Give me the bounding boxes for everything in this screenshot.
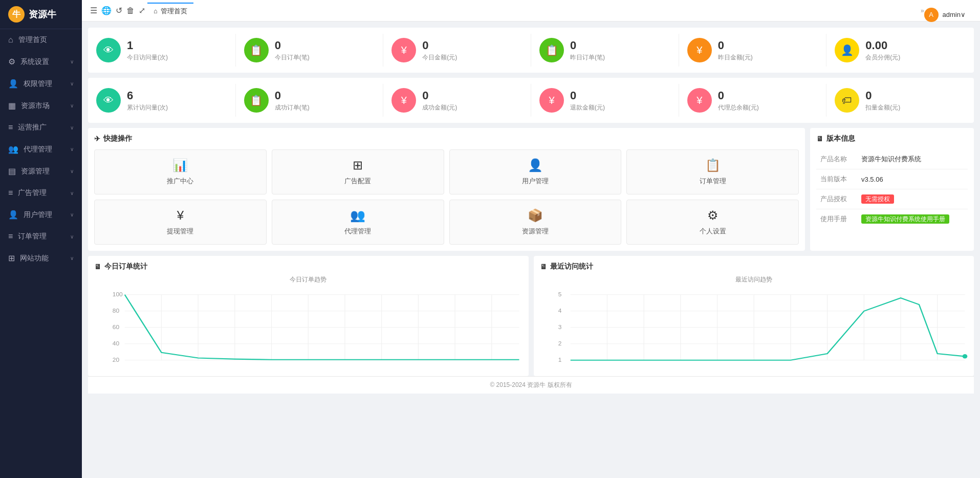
version-row-3: 使用手册 资源牛知识付费系统使用手册: [816, 209, 968, 229]
sidebar-item-system[interactable]: ⚙ 系统设置 ∨: [0, 51, 82, 73]
sidebar-arrow-orders: ∨: [70, 234, 74, 240]
sidebar-arrow-permission: ∨: [70, 81, 74, 86]
stat-icon-0: 👁: [103, 45, 114, 56]
quick-btn-2[interactable]: 👤 用户管理: [449, 149, 622, 194]
quick-btn-6[interactable]: 📦 资源管理: [449, 200, 622, 245]
stat-circle-2: ¥: [391, 88, 416, 113]
stat-circle-5: 🏷: [835, 88, 859, 113]
quick-ops-panel: ✈ 快捷操作 📊 推广中心 ⊞ 广告配置 👤 用户管理 📋 订单管理 ¥ 提现管…: [88, 128, 805, 251]
version-title: 🖥 版本信息: [816, 134, 968, 143]
stat-circle-1: 📋: [244, 38, 269, 62]
sidebar-item-agent[interactable]: 👥 代理管理 ∨: [0, 138, 82, 160]
version-val-1: v3.5.06: [861, 176, 883, 183]
logo-icon: 牛: [8, 6, 25, 23]
stat-item-1: 📋 0 成功订单(笔): [236, 84, 384, 117]
stat-label-2: 成功金额(元): [422, 103, 457, 112]
sidebar-item-orders[interactable]: ≡ 订单管理 ∨: [0, 226, 82, 247]
toolbar-delete-icon[interactable]: 🗑: [124, 4, 137, 17]
orders-chart-svg: 100 80 60 40 20: [94, 288, 522, 370]
orders-chart-card: 🖥 今日订单统计 今日订单趋势 100 80 60 40 20: [88, 256, 529, 376]
visits-chart-subtitle: 最近访问趋势: [540, 275, 968, 284]
content-area: 👁 1 今日访问量(次) 📋 0 今日订单(笔) ¥ 0 今日金额(元): [82, 21, 980, 478]
stat-icon-1: 📋: [250, 44, 263, 56]
quick-btn-3[interactable]: 📋 订单管理: [626, 149, 799, 194]
stat-label-4: 代理总余额(元): [718, 103, 759, 112]
stat-num-4: 0: [718, 39, 753, 52]
toolbar-globe-icon[interactable]: 🌐: [99, 4, 114, 17]
badge-green-3[interactable]: 资源牛知识付费系统使用手册: [861, 214, 949, 224]
version-key-3: 使用手册: [816, 209, 857, 229]
stat-item-3: 📋 0 昨日订单(笔): [531, 34, 679, 67]
stat-icon-5: 🏷: [842, 95, 852, 106]
stat-icon-3: ¥: [549, 95, 554, 106]
stat-num-4: 0: [718, 89, 759, 102]
sidebar-item-permission[interactable]: 👤 权限管理 ∨: [0, 73, 82, 95]
stat-text-1: 0 成功订单(笔): [275, 89, 310, 112]
toolbar-menu-icon[interactable]: ☰: [88, 4, 99, 17]
active-tab[interactable]: ⌂ 管理首页: [147, 3, 193, 19]
version-key-2: 产品授权: [816, 189, 857, 209]
stat-label-0: 累计访问量(次): [127, 103, 168, 112]
sidebar-label-market: 资源市场: [21, 101, 50, 111]
stat-item-2: ¥ 0 今日金额(元): [383, 34, 531, 67]
main-area: ☰ 🌐 ↺ 🗑 ⤢ ⌂ 管理首页 » A admin∨ 👁 1 今日访问量(次): [82, 0, 980, 478]
orders-chart-title: 🖥 今日订单统计: [94, 262, 522, 271]
toolbar-refresh-icon[interactable]: ↺: [114, 4, 124, 17]
sidebar-label-agent: 代理管理: [24, 145, 52, 154]
quick-grid: 📊 推广中心 ⊞ 广告配置 👤 用户管理 📋 订单管理 ¥ 提现管理 👥 代理管…: [94, 149, 799, 245]
sidebar-item-resource[interactable]: ▤ 资源管理 ∨: [0, 160, 82, 182]
stat-num-3: 0: [570, 39, 605, 52]
admin-name[interactable]: admin∨: [943, 11, 966, 18]
stat-label-5: 扣量金额(元): [865, 103, 900, 112]
sidebar-icon-permission: 👤: [8, 79, 18, 89]
stats-row-2: 👁 6 累计访问量(次) 📋 0 成功订单(笔) ¥ 0 成功金额(元): [88, 78, 974, 123]
quick-btn-icon-2: 👤: [528, 158, 543, 172]
stat-text-1: 0 今日订单(笔): [275, 39, 310, 62]
version-key-1: 当前版本: [816, 169, 857, 189]
sidebar-item-promotion[interactable]: ≡ 运营推广 ∨: [0, 117, 82, 138]
svg-text:60: 60: [113, 324, 119, 330]
quick-btn-5[interactable]: 👥 代理管理: [272, 200, 444, 245]
stat-item-0: 👁 1 今日访问量(次): [88, 34, 236, 67]
quick-btn-label-2: 用户管理: [522, 177, 549, 186]
tab-home-label: 管理首页: [161, 7, 187, 16]
svg-text:20: 20: [113, 357, 119, 363]
quick-btn-7[interactable]: ⚙ 个人设置: [626, 200, 799, 245]
quick-btn-icon-0: 📊: [172, 158, 188, 172]
quick-btn-label-6: 资源管理: [522, 227, 549, 236]
stat-icon-4: ¥: [696, 95, 702, 106]
sidebar-arrow-agent: ∨: [70, 146, 74, 152]
stat-item-5: 👤 0.00 会员分佣(元): [826, 34, 974, 67]
quick-btn-4[interactable]: ¥ 提现管理: [94, 200, 267, 245]
sidebar-arrow-users: ∨: [70, 212, 74, 218]
svg-text:100: 100: [113, 292, 123, 297]
sidebar-item-ads[interactable]: ≡ 广告管理 ∨: [0, 182, 82, 204]
sidebar-item-home[interactable]: ⌂ 管理首页: [0, 29, 82, 51]
stat-circle-4: ¥: [687, 38, 712, 62]
quick-btn-1[interactable]: ⊞ 广告配置: [272, 149, 444, 194]
version-val-0: 资源牛知识付费系统: [861, 155, 921, 163]
toolbar-fullscreen-icon[interactable]: ⤢: [137, 4, 147, 17]
quick-btn-0[interactable]: 📊 推广中心: [94, 149, 267, 194]
version-val-cell-1: v3.5.06: [857, 169, 968, 189]
quick-btn-label-7: 个人设置: [700, 227, 726, 236]
logo-text: 资源牛: [29, 8, 56, 20]
stat-text-0: 6 累计访问量(次): [127, 89, 168, 112]
sidebar-item-website[interactable]: ⊞ 网站功能 ∨: [0, 247, 82, 269]
quick-btn-label-3: 订单管理: [700, 177, 726, 186]
sidebar-item-market[interactable]: ▦ 资源市场 ∨: [0, 95, 82, 117]
stat-item-1: 📋 0 今日订单(笔): [236, 34, 384, 67]
svg-text:5: 5: [558, 292, 561, 297]
sidebar-item-users[interactable]: 👤 用户管理 ∨: [0, 204, 82, 226]
stat-label-1: 成功订单(笔): [275, 103, 310, 112]
sidebar: 牛 资源牛 ⌂ 管理首页 ⚙ 系统设置 ∨ 👤 权限管理 ∨ ▦ 资源市场 ∨ …: [0, 0, 82, 478]
stat-circle-5: 👤: [835, 38, 859, 62]
version-key-0: 产品名称: [816, 149, 857, 169]
svg-text:4: 4: [558, 308, 561, 314]
stat-circle-4: ¥: [687, 88, 712, 113]
quick-btn-label-4: 提现管理: [167, 227, 193, 236]
stat-icon-2: ¥: [401, 45, 407, 56]
sidebar-icon-agent: 👥: [8, 144, 18, 154]
toolbar-more-btn[interactable]: »: [921, 7, 924, 14]
middle-section: ✈ 快捷操作 📊 推广中心 ⊞ 广告配置 👤 用户管理 📋 订单管理 ¥ 提现管…: [88, 128, 974, 251]
